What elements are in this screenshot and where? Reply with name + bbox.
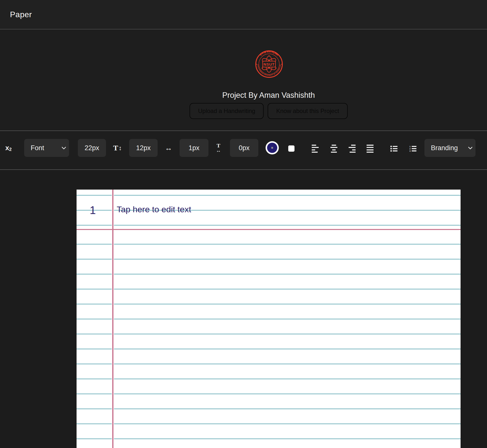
font-height-icon: T [113,144,118,152]
numbered-list-icon: 1 2 3 [409,145,417,152]
paper-sheet[interactable]: 1 Tap here to edit text [77,190,461,448]
svg-text:2: 2 [409,148,411,150]
font-size-input[interactable] [78,139,106,157]
chevron-down-icon [468,147,473,149]
hero-buttons: Upload a Handwriting Know about this Pro… [190,103,348,119]
page-title: Paper [10,0,32,29]
letter-spacing-input[interactable] [180,139,208,157]
word-spacing-button[interactable]: T ↔ [213,139,223,157]
vertical-arrow-icon: ↕ [119,144,122,152]
paper-header-rule [77,229,461,230]
align-left-button[interactable] [312,144,319,153]
hero-section: NSUT आ नो भद्राः क्रतवो यन्तु विश्वतः NE… [0,29,487,130]
align-center-icon [330,145,337,153]
ink-color-dot [271,147,273,149]
line-number: 1 [77,204,109,217]
subscript-x: x [5,144,9,152]
font-family-select[interactable]: Font [24,139,69,157]
svg-text:3: 3 [409,150,411,152]
nsut-logo: NSUT आ नो भद्राः क्रतवो यन्तु विश्वतः NE… [254,49,285,80]
font-height-button[interactable]: T↕ [112,139,123,157]
bullet-list-icon [390,145,398,152]
paper-margin-line [112,190,114,448]
paper-placeholder-text[interactable]: Tap here to edit text [117,205,191,214]
word-spacing-input[interactable] [230,139,258,157]
numbered-list-button[interactable]: 1 2 3 [409,145,417,152]
align-justify-icon [367,145,374,153]
about-project-button[interactable]: Know about this Project [268,103,348,119]
subscript-2: 2 [9,147,12,152]
project-byline: Project By Aman Vashishth [222,91,315,100]
align-right-button[interactable] [349,144,356,153]
svg-text:1: 1 [409,145,411,148]
align-right-icon [349,145,356,153]
align-justify-button[interactable] [367,144,374,153]
align-center-button[interactable] [330,144,337,153]
ink-color-swatch[interactable] [266,141,279,154]
branding-value: Branding [431,144,458,152]
seal-star-left: ★ [256,63,257,65]
upload-handwriting-button[interactable]: Upload a Handwriting [190,103,264,119]
word-spacing-arrow-icon: ↔ [216,148,221,153]
subscript-button[interactable]: x2 [3,139,14,157]
bullet-list-button[interactable] [390,145,398,152]
align-left-icon [312,145,319,153]
horizontal-arrow-icon: ↔ [164,139,174,157]
chevron-down-icon [62,147,66,149]
formatting-toolbar: x2 Font T↕ ↔ T ↔ [0,130,487,170]
branding-select[interactable]: Branding [424,139,476,157]
editor-workspace: 1 Tap here to edit text [0,170,487,448]
paper-color-swatch[interactable] [288,145,294,152]
seal-star-right: ★ [281,63,282,65]
app-header: Paper [0,0,487,29]
line-height-input[interactable] [129,139,158,157]
nsut-abbr-text: NSUT [264,62,275,66]
font-family-value: Font [31,144,44,152]
